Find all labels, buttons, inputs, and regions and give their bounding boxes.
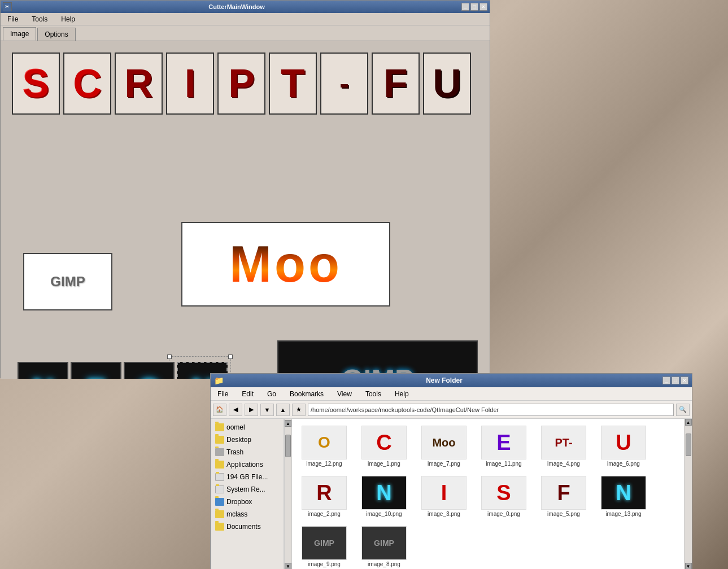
toolbar-back[interactable]: ◀ <box>229 404 242 416</box>
fm-maximize-button[interactable]: □ <box>672 377 679 384</box>
neon-text: N E O N <box>18 362 228 379</box>
moo-image: Moo <box>181 222 390 307</box>
toolbar-search[interactable]: 🔍 <box>676 404 690 416</box>
menu-tools[interactable]: Tools <box>29 14 50 24</box>
sidebar-item-trash[interactable]: Trash <box>211 446 284 458</box>
tab-image[interactable]: Image <box>3 27 36 41</box>
sidebar-scrollbar[interactable]: ▲ ▼ <box>284 419 292 569</box>
fm-menu-tools[interactable]: Tools <box>363 389 383 399</box>
letter-t: T <box>269 52 317 115</box>
file-item-image4[interactable]: PT- image_4.png <box>536 423 591 469</box>
sidebar-item-oomel[interactable]: oomel <box>211 421 284 434</box>
menu-help[interactable]: Help <box>59 14 77 24</box>
minimize-button[interactable]: _ <box>461 3 469 11</box>
sidebar-label-trash: Trash <box>226 448 243 456</box>
file-item-image11[interactable]: E image_11.png <box>476 423 531 469</box>
main-scroll-thumb[interactable] <box>686 434 691 456</box>
file-item-image3[interactable]: I image_3.png <box>416 474 472 519</box>
file-item-image9[interactable]: GIMP image_9.png <box>297 524 352 569</box>
fm-close-button[interactable]: × <box>681 377 688 384</box>
thumb-image5: F <box>541 476 586 510</box>
scroll-up-btn[interactable]: ▲ <box>285 420 291 427</box>
filename-image2: image_2.png <box>308 511 341 517</box>
letter-f: F <box>372 52 420 115</box>
sidebar-item-dropbox[interactable]: Dropbox <box>211 496 284 508</box>
thumb-image6: U <box>601 426 646 459</box>
toolbar-dropdown[interactable]: ▼ <box>260 404 274 416</box>
filename-image9: image_9.png <box>308 561 341 567</box>
filename-image0: image_0.png <box>487 511 520 517</box>
app-icon: ✂ <box>3 2 12 11</box>
fm-content: oomel Desktop Trash Applications 194 GB … <box>211 419 692 569</box>
sidebar-item-desktop[interactable]: Desktop <box>211 434 284 446</box>
letter-u: U <box>423 52 471 115</box>
neon-n1: N <box>18 362 68 379</box>
main-scroll-up[interactable]: ▲ <box>685 419 692 426</box>
file-item-image12[interactable]: O image_12.png <box>297 423 352 469</box>
fm-menu-bookmarks[interactable]: Bookmarks <box>287 389 326 399</box>
sidebar-label-oomel: oomel <box>226 423 245 431</box>
sidebar-label-194gb: 194 GB File... <box>226 473 268 481</box>
scroll-down-btn[interactable]: ▼ <box>285 563 291 569</box>
fm-title: New Folder <box>426 377 463 384</box>
address-bar[interactable]: /home/oomel/workspace/mockuptools-code/Q… <box>308 404 674 416</box>
menu-file[interactable]: File <box>5 14 20 24</box>
letter-r: R <box>115 52 163 115</box>
thumb-image1: C <box>361 426 407 459</box>
fm-menu-edit[interactable]: Edit <box>239 389 256 399</box>
script-fu-banner: S C R I P T - F U <box>12 52 471 115</box>
gimp-small-image: GIMP <box>23 253 112 310</box>
sidebar-item-documents[interactable]: Documents <box>211 520 284 533</box>
fm-minimize-button[interactable]: _ <box>662 377 670 384</box>
toolbar-home[interactable]: 🏠 <box>213 404 226 416</box>
file-item-image2[interactable]: R image_2.png <box>297 474 352 519</box>
folder-icon-194gb <box>215 473 224 481</box>
folder-icon-dropbox <box>215 498 224 506</box>
close-button[interactable]: × <box>479 3 487 11</box>
sidebar-label-mclass: mclass <box>226 510 247 518</box>
toolbar-forward[interactable]: ▶ <box>245 404 258 416</box>
fm-controls: _ □ × <box>662 377 688 384</box>
filename-image1: image_1.png <box>368 461 400 467</box>
fm-menu-go[interactable]: Go <box>265 389 278 399</box>
cutter-menubar: File Tools Help <box>1 13 490 25</box>
tab-options[interactable]: Options <box>37 28 75 41</box>
filename-image10: image_10.png <box>366 511 402 517</box>
thumb-image9: GIMP <box>302 526 347 560</box>
thumb-image2: R <box>302 476 347 510</box>
fm-sidebar: oomel Desktop Trash Applications 194 GB … <box>211 419 284 569</box>
main-scroll-down[interactable]: ▼ <box>685 563 692 569</box>
file-item-image7[interactable]: Moo image_7.png <box>416 423 472 469</box>
scroll-thumb[interactable] <box>285 435 291 457</box>
file-item-image6[interactable]: U image_6.png <box>596 423 651 469</box>
fm-menu-file[interactable]: File <box>215 389 230 399</box>
fm-file-grid: O image_12.png C image_1.png Moo image_7… <box>292 419 684 569</box>
sidebar-item-applications[interactable]: Applications <box>211 458 284 471</box>
thumb-image12: O <box>302 426 347 459</box>
folder-icon-systemre <box>215 485 224 493</box>
folder-icon-mclass <box>215 510 224 518</box>
sidebar-item-systemre[interactable]: System Re... <box>211 483 284 496</box>
file-item-image1[interactable]: C image_1.png <box>356 423 412 469</box>
sidebar-item-mclass[interactable]: mclass <box>211 508 284 520</box>
file-item-image10[interactable]: N image_10.png <box>356 474 412 519</box>
folder-icon <box>215 423 224 431</box>
toolbar-up[interactable]: ▲ <box>276 404 290 416</box>
fm-titlebar: 📁 New Folder _ □ × <box>211 374 692 387</box>
fm-menu-help[interactable]: Help <box>393 389 411 399</box>
folder-icon-documents <box>215 523 224 531</box>
sidebar-item-194gb[interactable]: 194 GB File... <box>211 471 284 483</box>
filename-image4: image_4.png <box>547 461 580 467</box>
file-item-image0[interactable]: S image_0.png <box>476 474 531 519</box>
moo-text: Moo <box>229 235 342 294</box>
filename-image11: image_11.png <box>486 461 521 467</box>
fm-menu-view[interactable]: View <box>335 389 354 399</box>
maximize-button[interactable]: □ <box>470 3 478 11</box>
main-scrollbar[interactable]: ▲ ▼ <box>684 419 692 569</box>
address-text: /home/oomel/workspace/mockuptools-code/Q… <box>311 406 499 413</box>
toolbar-bookmarks[interactable]: ★ <box>292 404 306 416</box>
file-item-image5[interactable]: F image_5.png <box>536 474 591 519</box>
fm-toolbar: 🏠 ◀ ▶ ▼ ▲ ★ /home/oomel/workspace/mockup… <box>211 401 692 419</box>
file-item-image8[interactable]: GIMP image_8.png <box>356 524 412 569</box>
file-item-image13[interactable]: N image_13.png <box>596 474 651 519</box>
